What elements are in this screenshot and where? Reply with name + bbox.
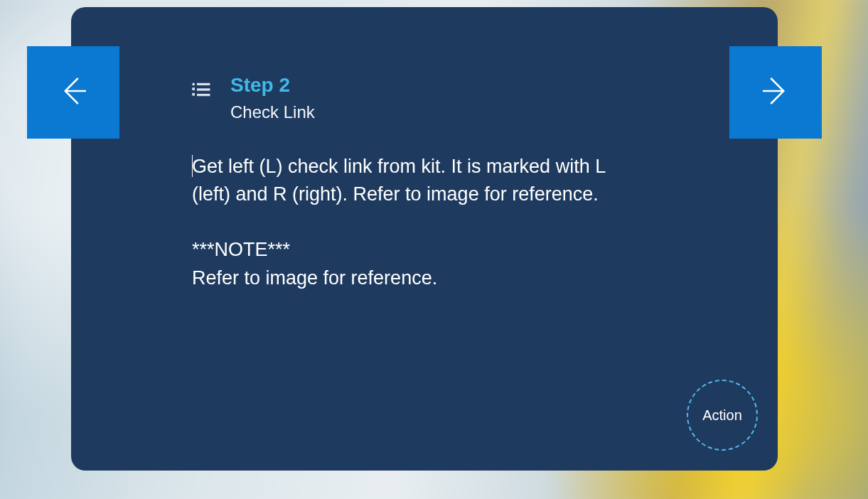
step-header: Step 2 Check Link [192,75,315,122]
svg-rect-2 [198,95,210,96]
action-button[interactable]: Action [687,380,758,451]
step-card: Step 2 Check Link Get left (L) check lin… [71,7,778,471]
step-number-label: Step 2 [230,75,315,97]
step-instructions[interactable]: Get left (L) check link from kit. It is … [192,153,633,292]
arrow-right-icon [756,72,795,113]
action-button-label: Action [702,407,742,424]
svg-point-3 [193,83,195,85]
svg-rect-0 [198,83,210,85]
svg-rect-1 [198,89,210,90]
step-title: Check Link [230,102,315,122]
instructions-text: Get left (L) check link from kit. It is … [192,156,605,289]
svg-rect-5 [193,93,195,95]
ordered-list-icon [192,80,210,102]
next-step-button[interactable] [729,46,822,139]
arrow-left-icon [54,72,92,113]
svg-rect-4 [193,88,195,90]
previous-step-button[interactable] [27,46,119,139]
